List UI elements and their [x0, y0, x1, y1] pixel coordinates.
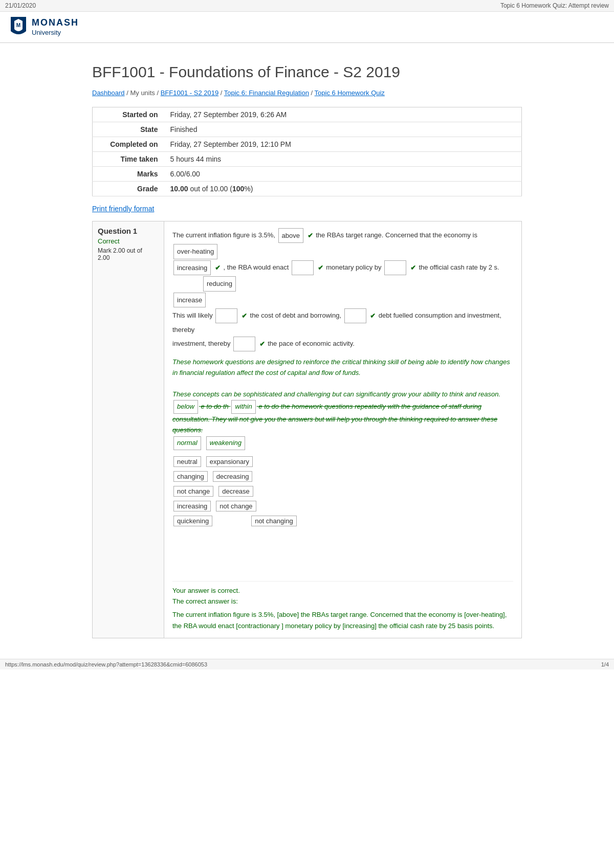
box-changing: changing: [173, 471, 208, 482]
box-increase: increase: [173, 293, 206, 307]
info-row-completed: Completed on Friday, 27 September 2019, …: [93, 137, 522, 152]
options-row-7: quickening not changing: [172, 515, 513, 527]
box-not-change-2: not change: [216, 501, 256, 511]
box-neutral: neutral: [173, 456, 201, 467]
state-label: State: [93, 122, 164, 137]
question-body-1: The current inflation figure is 3.5%, ab…: [164, 221, 521, 638]
box-within: within: [231, 400, 255, 414]
question-number: Question 1: [98, 227, 159, 235]
box-decrease: decrease: [218, 486, 253, 497]
check-icon-7: ✔: [259, 340, 265, 348]
options-row-3: neutral expansionary: [172, 456, 513, 468]
options-area: neutral expansionary changing decreasing…: [172, 456, 513, 527]
box-weakening: weakening: [206, 436, 245, 450]
main-content: BFF1001 - Foundations of Finance - S2 20…: [77, 43, 537, 659]
breadcrumb-sep2: /: [218, 89, 224, 97]
sentence1-mid: the RBAs target range. Concerned that th…: [316, 231, 477, 239]
state-value: Finished: [164, 122, 522, 137]
logo-university: University: [32, 29, 79, 37]
box-increasing: increasing: [173, 260, 211, 275]
completed-on-label: Completed on: [93, 137, 164, 152]
box-reducing: reducing: [203, 276, 236, 291]
svg-text:M: M: [16, 23, 20, 28]
box-decreasing: decreasing: [213, 471, 253, 482]
info-row-started: Started on Friday, 27 September 2019, 6:…: [93, 107, 522, 122]
monash-logo-icon: M: [8, 16, 29, 38]
grade-label: Grade: [93, 182, 164, 196]
time-taken-value: 5 hours 44 mins: [164, 152, 522, 167]
sentence4-pre: This will likely: [172, 311, 213, 319]
grade-percent: 100: [232, 185, 244, 193]
browser-date: 21/01/2020: [5, 2, 36, 9]
question-num-value: 1: [133, 227, 137, 235]
started-on-value: Friday, 27 September 2019, 6:26 AM: [164, 107, 522, 122]
box-below: below: [173, 400, 198, 414]
logo-area: M MONASH University: [8, 16, 79, 38]
box-not-changing: not changing: [251, 516, 296, 526]
footer-page-num: 1/4: [601, 661, 609, 667]
box-above: above: [278, 228, 303, 243]
your-answer-correct: Your answer is correct.: [172, 587, 513, 594]
box-overheating: over-heating: [173, 244, 217, 259]
breadcrumb-bff1001[interactable]: BFF1001 - S2 2019: [161, 89, 218, 97]
box-blank-2: [384, 260, 406, 275]
sentence1-pre: The current inflation figure is 3.5%,: [172, 231, 275, 239]
sentence2-mid: , the RBA would enact: [224, 263, 289, 271]
breadcrumb-sep3: /: [309, 89, 315, 97]
hint-line-1: These homework questions are designed to…: [172, 357, 513, 379]
hint-line2-text: These concepts can be sophisticated and …: [172, 390, 500, 398]
options-row-normal: normal weakening: [172, 436, 513, 451]
info-row-state: State Finished: [93, 122, 522, 137]
options-row-4: changing decreasing: [172, 471, 513, 482]
sentence4-invest: investment, thereby: [172, 340, 230, 347]
info-table: Started on Friday, 27 September 2019, 6:…: [92, 107, 522, 196]
sentence3-pre: the official cash rate by 2: [419, 263, 492, 271]
footer-url: https://lms.monash.edu/mod/quiz/review.p…: [5, 661, 207, 667]
breadcrumb: Dashboard / My units / BFF1001 - S2 2019…: [92, 89, 522, 97]
hint-line-2: These concepts can be sophisticated and …: [172, 389, 513, 400]
box-expansionary: expansionary: [206, 456, 253, 467]
breadcrumb-dashboard[interactable]: Dashboard: [92, 89, 125, 97]
options-row-5: not change decrease: [172, 485, 513, 497]
box-blank-4: [344, 308, 366, 323]
box-normal: normal: [173, 436, 201, 450]
box-not-change-1: not change: [173, 486, 213, 497]
header: M MONASH University: [0, 12, 614, 43]
sentence4-last: the pace of economic activity.: [268, 340, 355, 347]
sentence4-mid: the cost of debt and borrowing,: [250, 311, 342, 319]
marks-value: 6.00/6.00: [164, 167, 522, 182]
print-friendly-link[interactable]: Print friendly format: [92, 205, 154, 213]
info-row-marks: Marks 6.00/6.00: [93, 167, 522, 182]
started-on-label: Started on: [93, 107, 164, 122]
check-icon-2: ✔: [215, 264, 221, 272]
sentence3-suffix: s.: [494, 263, 499, 271]
question-block-1: Question 1 Correct Mark 2.00 out of 2.00…: [92, 221, 522, 638]
breadcrumb-quiz[interactable]: Topic 6 Homework Quiz: [315, 89, 385, 97]
box-blank-3: [215, 308, 237, 323]
logo-monash: MONASH: [32, 17, 79, 29]
box-increasing-opt: increasing: [173, 501, 211, 511]
correct-answer-text: The current inflation figure is 3.5%, [a…: [172, 609, 513, 632]
question-text: The current inflation figure is 3.5%, ab…: [172, 228, 513, 352]
breadcrumb-sep1: / My units /: [125, 89, 161, 97]
mark-value: 2.00: [98, 254, 109, 261]
question-sidebar-1: Question 1 Correct Mark 2.00 out of 2.00: [93, 221, 164, 638]
completed-on-value: Friday, 27 September 2019, 12:10 PM: [164, 137, 522, 152]
footer-bar: https://lms.monash.edu/mod/quiz/review.p…: [0, 659, 614, 670]
time-taken-label: Time taken: [93, 152, 164, 167]
check-icon-6: ✔: [370, 312, 376, 320]
question-mark: Mark 2.00 out of 2.00: [98, 247, 159, 261]
hint-text-1: These homework questions are designed to…: [172, 357, 513, 450]
question-status: Correct: [98, 237, 159, 245]
browser-bar: 21/01/2020 Topic 6 Homework Quiz: Attemp…: [0, 0, 614, 12]
correct-answer-section: Your answer is correct. The correct answ…: [172, 581, 513, 632]
check-icon-5: ✔: [242, 312, 247, 320]
info-row-time: Time taken 5 hours 44 mins: [93, 152, 522, 167]
question-label: Question: [98, 227, 131, 235]
box-blank-1: [292, 260, 314, 275]
marks-label: Marks: [93, 167, 164, 182]
check-icon-1: ✔: [308, 232, 313, 239]
breadcrumb-topic6[interactable]: Topic 6: Financial Regulation: [224, 89, 309, 97]
grade-bold: 10.00: [170, 185, 188, 193]
sentence2-end: monetary policy by: [326, 263, 381, 271]
